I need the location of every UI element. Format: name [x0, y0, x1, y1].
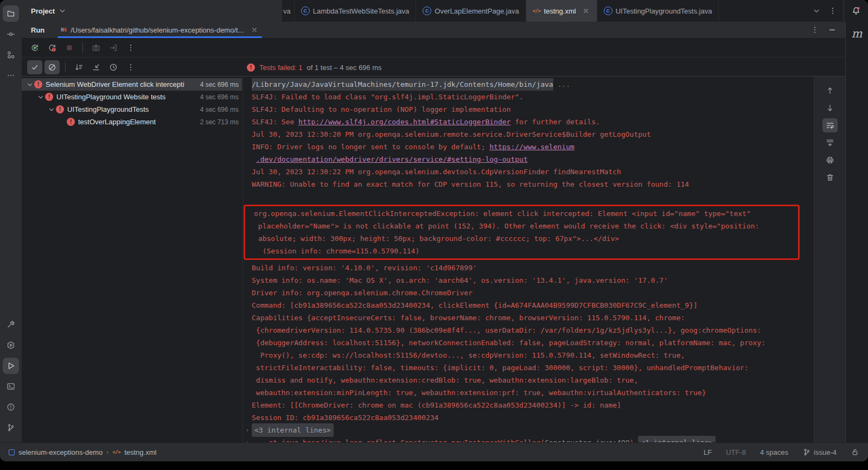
- run-tool-window-title: Run: [22, 26, 44, 34]
- test-tree-row[interactable]: !UITestingPlayground Website tests4 sec …: [22, 91, 242, 103]
- console-hyperlink[interactable]: Constructor.java:499: [545, 436, 630, 442]
- console-text: webauthn:extension:minPinLength: true, w…: [252, 386, 706, 399]
- export-button: [106, 41, 121, 55]
- arrow-down-button[interactable]: [822, 101, 838, 115]
- toolbar-divider: [65, 62, 66, 72]
- strip-button-structure[interactable]: [3, 47, 19, 63]
- console-text: Proxy(), se:cdp: ws://localhost:51156/de…: [252, 349, 685, 361]
- toolbar-divider: [82, 43, 83, 53]
- chevron-down-icon[interactable]: [812, 7, 821, 15]
- test-tree-row[interactable]: !Selenium WebDriver Element click interc…: [22, 78, 242, 91]
- console-line: › at java.base/java.lang.reflect.Constru…: [243, 436, 814, 442]
- indent-indicator[interactable]: 4 spaces: [760, 448, 788, 456]
- strip-button-terminal[interactable]: [3, 378, 19, 395]
- error-annotation-box: org.openqa.selenium.ElementClickIntercep…: [244, 205, 800, 260]
- test-status: ! Tests failed: 1 of 1 test – 4 sec 696 …: [247, 58, 382, 77]
- console-hyperlink[interactable]: .dev/documentation/webdriver/drivers/ser…: [256, 153, 528, 166]
- console-output[interactable]: /Library/Java/JavaVirtualMachines/temuri…: [242, 77, 814, 442]
- console-line: .dev/documentation/webdriver/drivers/ser…: [243, 153, 814, 166]
- notification-bell-icon[interactable]: [852, 7, 860, 15]
- console-line: placeholder="Name"> is not clickable at …: [245, 220, 798, 232]
- strip-button-services[interactable]: [3, 337, 19, 353]
- strip-button-build-hammer[interactable]: [3, 316, 19, 333]
- line-ending-indicator[interactable]: LF: [704, 448, 712, 456]
- console-line: {chromedriverVersion: 114.0.5735.90 (386…: [243, 324, 814, 336]
- chevron-down-icon[interactable]: [36, 93, 45, 101]
- strip-button-run-play[interactable]: [3, 358, 19, 374]
- maven-tool-icon[interactable]: m: [852, 27, 863, 40]
- git-branch-indicator[interactable]: issue-4: [802, 448, 837, 456]
- chevron-down-icon[interactable]: [47, 105, 56, 114]
- expand-chevron-icon[interactable]: ›: [243, 424, 252, 436]
- project-tool-header[interactable]: Project: [22, 0, 282, 22]
- console-text: absolute; width: 300px; height: 50px; ba…: [254, 232, 619, 245]
- console-text: Element: [[ChromeDriver: chrome on mac (…: [252, 399, 621, 411]
- console-text: at java.base/java.lang.reflect.Construct…: [252, 436, 545, 442]
- expand-chevron-icon[interactable]: ›: [243, 436, 252, 442]
- kebab-menu-icon[interactable]: [828, 7, 837, 15]
- console-line: absolute; width: 300px; height: 50px; ba…: [245, 232, 798, 245]
- show-ignored-button[interactable]: [44, 60, 60, 74]
- editor-tab[interactable]: CLambdaTestWebSiteTests.java: [295, 0, 417, 22]
- editor-tab[interactable]: </>testng.xml: [526, 0, 597, 22]
- print-button[interactable]: [822, 153, 838, 167]
- clear-trash-button[interactable]: [822, 170, 838, 185]
- tests-failed-label: Tests failed: 1: [259, 63, 303, 72]
- console-text: (Session info: chrome=115.0.5790.114): [254, 245, 419, 257]
- console-line: Session ID: cb91a389656ca522c8aa053d2340…: [243, 411, 814, 424]
- kebab-button[interactable]: [123, 41, 138, 55]
- sort-by-duration-button[interactable]: [71, 60, 86, 74]
- encoding-indicator[interactable]: UTF-8: [726, 448, 746, 456]
- scroll-to-end-button[interactable]: [822, 136, 838, 150]
- kebab-button[interactable]: [123, 60, 138, 74]
- show-passed-check-button[interactable]: [27, 60, 42, 74]
- test-tree-row[interactable]: !UITestingPlaygroundTests4 sec 696 ms: [22, 103, 242, 116]
- breadcrumb: selenium-exceptions-demo › </> testng.xm…: [9, 448, 156, 456]
- arrow-up-button[interactable]: [822, 84, 838, 98]
- console-line: (Session info: chrome=115.0.5790.114): [245, 245, 798, 257]
- commit-icon: [7, 30, 15, 39]
- strip-button-version-control[interactable]: [3, 420, 19, 436]
- strip-button-problems[interactable]: [3, 399, 19, 415]
- rerun-button[interactable]: [27, 41, 42, 55]
- soft-wrap-button[interactable]: [822, 118, 838, 132]
- breadcrumb-project[interactable]: selenium-exceptions-demo: [18, 448, 103, 456]
- test-name: UITestingPlaygroundTests: [67, 105, 149, 113]
- strip-button-more[interactable]: [3, 67, 19, 84]
- close-icon[interactable]: [250, 26, 259, 34]
- breadcrumb-file[interactable]: testng.xml: [124, 448, 156, 456]
- console-block: /Library/Java/JavaVirtualMachines/temuri…: [243, 78, 814, 203]
- console-text: placeholder="Name"> is not clickable at …: [254, 220, 759, 232]
- console-text: Capabilities {acceptInsecureCerts: false…: [252, 312, 685, 324]
- editor-tab[interactable]: CUITestingPlaygroundTests.java: [597, 0, 719, 22]
- console-line: SLF4J: See http://www.slf4j.org/codes.ht…: [243, 116, 814, 128]
- test-tree-row[interactable]: !testOverLappingElement2 sec 713 ms: [22, 116, 242, 128]
- console-hyperlink[interactable]: https://www.selenium: [489, 141, 575, 153]
- console-hyperlink[interactable]: http://www.slf4j.org/codes.html#StaticLo…: [298, 116, 510, 128]
- unlock-icon[interactable]: [851, 448, 859, 456]
- console-line: WARNING: Unable to find an exact match f…: [243, 178, 814, 190]
- console-line: INFO: Driver logs no longer sent to cons…: [243, 141, 814, 153]
- stop-icon: [65, 43, 74, 52]
- close-icon[interactable]: [582, 7, 590, 15]
- navigate-to-test-button[interactable]: [88, 60, 104, 74]
- status-bar: selenium-exceptions-demo › </> testng.xm…: [0, 442, 868, 461]
- history-clock-button[interactable]: [106, 60, 121, 74]
- run-configuration-tab[interactable]: NG /Users/faisalkhatri/github/selenium-e…: [58, 22, 261, 38]
- console-text: Session ID: cb91a389656ca522c8aa053d2340…: [252, 411, 438, 424]
- stop-button: [62, 41, 77, 55]
- test-duration: 4 sec 696 ms: [200, 106, 242, 113]
- chevron-down-icon: [58, 7, 67, 15]
- navigate-to-test-icon: [92, 63, 100, 72]
- strip-button-commit[interactable]: [3, 26, 19, 42]
- editor-tab[interactable]: COverLapElementPage.java: [416, 0, 526, 22]
- minimize-icon[interactable]: [828, 26, 837, 34]
- rerun-failed-button[interactable]: [44, 41, 60, 55]
- testng-icon: NG: [61, 27, 67, 33]
- editor-tab[interactable]: va: [282, 0, 295, 22]
- rerun-icon: [30, 43, 39, 52]
- strip-button-project-folder[interactable]: [3, 5, 19, 22]
- chevron-down-icon[interactable]: [25, 80, 34, 89]
- kebab-menu-icon[interactable]: [810, 26, 819, 34]
- tab-label: OverLapElementPage.java: [435, 7, 519, 15]
